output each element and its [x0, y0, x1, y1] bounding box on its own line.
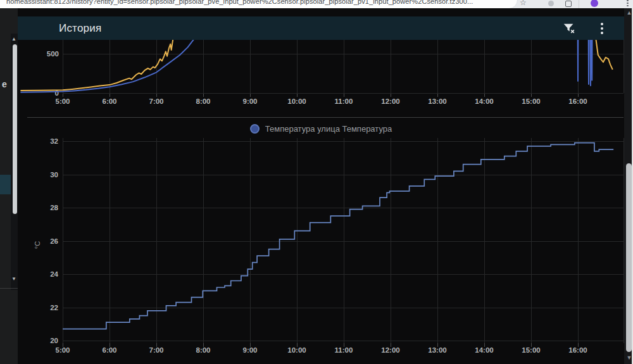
browser-menu-icon[interactable] — [627, 0, 629, 8]
sidebar-scroll-down-icon[interactable]: ▼ — [11, 277, 16, 282]
toolbar-separator — [579, 0, 579, 8]
x-tick-label: 6:00 — [102, 346, 116, 354]
y-tick-label: 22 — [50, 304, 58, 311]
series-temperature — [63, 143, 613, 329]
x-tick-label: 7:00 — [149, 97, 163, 105]
reading-list-icon[interactable] — [565, 1, 572, 7]
x-tick-label: 8:00 — [196, 97, 210, 105]
y-tick-label: 500 — [47, 50, 59, 58]
series-orange-series — [20, 40, 612, 91]
x-tick-label: 5:00 — [55, 97, 70, 105]
x-tick-label: 15:00 — [522, 346, 540, 354]
x-tick-label: 16:00 — [568, 97, 587, 105]
page-title: История — [59, 22, 101, 35]
y-tick-label: 26 — [50, 237, 58, 245]
x-tick-label: 5:00 — [55, 346, 70, 354]
x-tick-label: 13:00 — [428, 346, 446, 354]
x-tick-label: 16:00 — [568, 346, 587, 354]
x-tick-label: 14:00 — [475, 97, 493, 105]
x-tick-label: 10:00 — [287, 97, 306, 105]
temperature-chart[interactable]: 323028262422205:006:007:008:009:0010:001… — [18, 136, 624, 364]
x-tick-label: 14:00 — [475, 346, 493, 354]
history-header: История — [18, 16, 624, 40]
kebab-menu-icon — [600, 22, 604, 35]
y-tick-label: 32 — [50, 137, 58, 145]
legend-label: Температура улица Температура — [265, 124, 392, 134]
x-tick-label: 12:00 — [381, 97, 399, 105]
url-text[interactable]: homeassistant:8123/history?entity_id=sen… — [6, 0, 473, 5]
sidebar-item-label-partial[interactable]: e — [2, 79, 7, 89]
x-tick-label: 13:00 — [428, 97, 446, 105]
filter-remove-button[interactable] — [562, 22, 576, 35]
temperature-legend[interactable]: Температура улица Температура — [18, 122, 624, 135]
screen: homeassistant:8123/history?entity_id=sen… — [0, 0, 633, 364]
sidebar-divider — [0, 288, 18, 289]
y-axis-unit-label: °C — [34, 241, 41, 249]
page-scrollbar[interactable]: ▲ ▼ — [624, 8, 633, 364]
page-scrollbar-thumb[interactable] — [626, 163, 632, 352]
sidebar-scroll-up-icon[interactable]: ▲ — [11, 37, 16, 42]
x-tick-label: 10:00 — [287, 346, 306, 354]
sidebar-scrollbar-thumb[interactable] — [13, 44, 17, 214]
profile-avatar[interactable] — [591, 0, 598, 7]
app-sidebar: e ▲ ▼ — [0, 8, 18, 364]
x-tick-label: 12:00 — [381, 346, 399, 354]
x-tick-label: 8:00 — [196, 346, 210, 354]
x-tick-label: 9:00 — [242, 97, 257, 105]
x-tick-label: 6:00 — [102, 97, 116, 105]
main-content: История 5:006:007:008:009:0010: — [18, 8, 624, 364]
browser-address-bar: homeassistant:8123/history?entity_id=sen… — [0, 0, 633, 8]
extension-circle-icon[interactable] — [548, 1, 554, 6]
bookmark-star-icon[interactable]: ☆ — [520, 0, 527, 7]
power-chart[interactable]: 5:006:007:008:009:0010:0011:0012:0013:00… — [18, 40, 624, 117]
x-tick-label: 7:00 — [149, 346, 163, 354]
series-blue-series — [20, 40, 594, 92]
overflow-menu-button[interactable] — [595, 22, 609, 35]
legend-dot-icon — [250, 124, 260, 134]
x-tick-label: 15:00 — [522, 97, 540, 105]
filter-remove-icon — [562, 22, 576, 35]
y-tick-label: 24 — [50, 270, 58, 278]
y-tick-label: 30 — [50, 171, 58, 179]
sidebar-selected-item[interactable] — [0, 175, 11, 194]
x-tick-label: 11:00 — [335, 97, 353, 105]
x-tick-label: 11:00 — [335, 346, 353, 354]
y-tick-label: 28 — [50, 204, 58, 211]
chart-divider — [27, 117, 624, 118]
y-tick-label: 20 — [50, 337, 58, 344]
x-tick-label: 9:00 — [242, 346, 257, 354]
